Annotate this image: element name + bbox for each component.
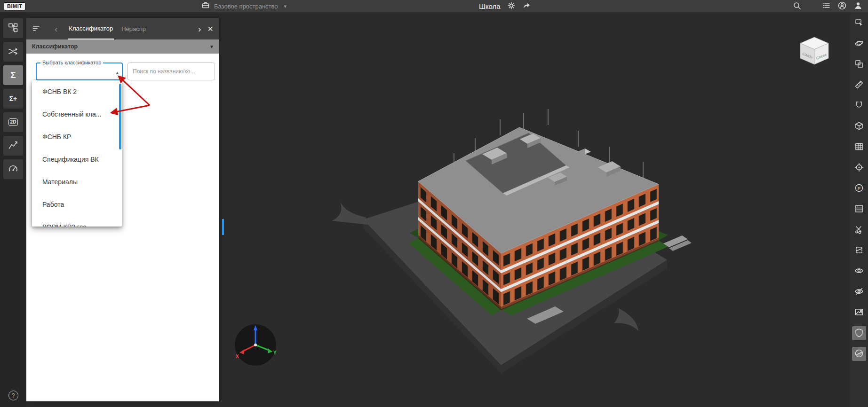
classifier-form-row: Выбрать классификатор ▴ [26,54,219,80]
model-tree-icon [8,23,18,34]
dropdown-scrollbar[interactable] [119,84,121,149]
sort-button[interactable] [32,24,40,34]
tool-filter-shield-button[interactable] [852,326,866,340]
2d-icon: 2D [8,118,18,126]
dropdown-option[interactable]: ФСНБ КР [32,125,122,148]
tool-focus-button[interactable] [852,161,866,175]
dropdown-option[interactable]: ВОРМ КР2 где [32,216,122,227]
section-collapse-chevron-icon[interactable]: ▾ [210,43,213,50]
copy-icon [854,59,864,70]
cube-icon [854,121,864,132]
scissors-icon [854,225,864,235]
tab-unallocated[interactable]: Нераспр [121,18,146,39]
connections-icon [8,46,18,58]
account-button[interactable] [838,1,846,11]
sort-icon [32,24,40,34]
magnet-icon [854,101,864,111]
analytics-button[interactable] [3,136,23,156]
tool-measure-button[interactable] [852,78,866,92]
select-caret-icon: ▴ [116,70,119,76]
topbar: BIMIT Базовое пространство ▾ Школа [0,0,868,12]
close-panel-button[interactable]: × [207,24,213,33]
x-axis-label: X [236,354,239,359]
dropdown-option[interactable]: Работа [32,193,122,216]
classifier-select-label: Выбрать классификатор [40,60,103,65]
project-title-group: Школа [479,0,531,12]
image-x-icon [854,307,864,318]
tool-select-box-button[interactable] [852,16,866,30]
sigma-plus-icon: Σ+ [9,95,17,102]
gear-icon [507,1,516,11]
tool-clip-box-button[interactable] [852,243,866,258]
label-p-icon: P [854,183,864,194]
orbit-icon [854,39,864,49]
share-icon [522,1,531,11]
help-button[interactable]: ? [8,391,18,400]
classifier-dropdown-menu: ФСНБ ВК 2 Собственный кла... ФСНБ КР Спе… [32,80,122,227]
account-circle-icon [838,1,846,11]
menu-list-button[interactable] [822,1,830,11]
tool-label-button[interactable]: P [852,181,866,196]
left-toolbar: Σ Σ+ 2D ? [0,12,26,407]
workspace-switcher[interactable]: Базовое пространство ▾ [201,0,287,12]
workspace-label: Базовое пространство [214,3,278,10]
search-button[interactable] [793,1,801,11]
dropdown-option[interactable]: ФСНБ ВК 2 [32,80,122,103]
gauge-icon [8,164,18,175]
tool-cut-button[interactable] [852,223,866,237]
classifier-search-input[interactable] [133,68,210,75]
sum-button[interactable]: Σ [3,65,23,85]
numbered-list-icon: 1 [854,204,864,215]
axis-gizmo[interactable]: X Y [233,322,278,369]
tool-image-button[interactable] [852,305,866,320]
app-logo: BIMIT [4,2,25,10]
tabs-prev-button[interactable]: ‹ [55,24,57,33]
dropdown-option[interactable]: Собственный кла... [32,103,122,125]
user-button[interactable] [854,1,862,11]
model-tree-button[interactable] [3,18,23,38]
share-button[interactable] [522,1,531,11]
dashboard-button[interactable] [3,159,23,179]
chevron-down-icon: ▾ [284,3,287,9]
tool-hide-button[interactable] [852,285,866,299]
tool-numbered-section-button[interactable]: 1 [852,202,866,216]
search-icon [793,1,801,11]
viewport-3d[interactable]: Сзади Слева X Y [219,12,850,407]
focus-target-icon [854,163,864,173]
svg-text:P: P [858,186,860,190]
svg-text:1: 1 [857,205,858,208]
project-title: Школа [479,2,501,10]
panel-resize-indicator[interactable] [222,219,224,235]
tool-grid-button[interactable] [852,140,866,154]
sum-add-button[interactable]: Σ+ [3,89,23,109]
panel-header: ‹ Классификатор Нераспр › × [26,18,219,39]
app-root: { "topbar": { "logo": "BIMIT", "workspac… [0,0,868,407]
sigma-icon: Σ [10,70,16,80]
dropdown-option[interactable]: Материалы [32,171,122,193]
view-2d-button[interactable]: 2D [3,112,23,132]
tab-classifier[interactable]: Классификатор [68,18,114,39]
section-title: Классификатор [32,43,78,50]
tool-orbit-button[interactable] [852,37,866,51]
briefcase-icon [201,1,210,11]
tool-section-plane-button[interactable] [852,347,866,361]
tool-snap-button[interactable] [852,99,866,113]
tool-show-button[interactable] [852,264,866,278]
classifier-section-header[interactable]: Классификатор ▾ [26,39,219,54]
view-cube[interactable]: Сзади Слева [795,34,834,70]
eye-icon [854,266,864,277]
connections-button[interactable] [3,42,23,62]
section-plane-icon [854,349,864,360]
classifier-panel: ‹ Классификатор Нераспр › × Классификато… [26,18,219,401]
tabs-next-button[interactable]: › [198,24,201,33]
dropdown-option[interactable]: Спецификация ВК [32,148,122,171]
tool-cube-button[interactable] [852,119,866,133]
eye-off-icon [854,287,864,297]
classifier-select[interactable]: Выбрать классификатор ▴ [36,63,123,80]
settings-button[interactable] [507,1,516,11]
shield-icon [854,328,864,339]
help-icon: ? [12,392,15,399]
list-icon [822,1,830,11]
tool-copy-button[interactable] [852,57,866,71]
right-toolbar: P 1 [850,12,868,407]
